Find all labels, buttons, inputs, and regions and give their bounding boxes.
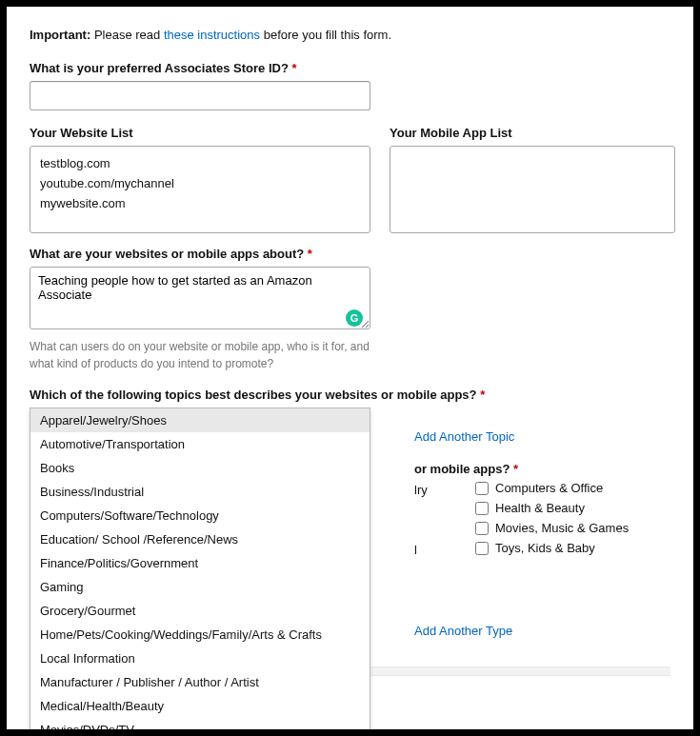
add-another-topic-wrap: Add Another Topic <box>414 429 514 444</box>
dropdown-item[interactable]: Finance/Politics/Government <box>30 551 370 575</box>
list-item[interactable]: mywebsite.com <box>40 194 360 214</box>
checkbox-computers-office[interactable]: Computers & Office <box>475 481 629 495</box>
dropdown-item[interactable]: Grocery/Gourmet <box>30 599 370 623</box>
dropdown-item[interactable]: Education/ School /Reference/News <box>30 527 370 551</box>
about-help-text: What can users do on your website or mob… <box>30 338 372 372</box>
dropdown-item[interactable]: Business/Industrial <box>30 480 370 504</box>
instructions-link[interactable]: these instructions <box>164 28 260 42</box>
dropdown-item[interactable]: Medical/Health/Beauty <box>30 694 370 718</box>
checkbox-input[interactable] <box>475 542 489 555</box>
required-asterisk: * <box>308 247 312 261</box>
required-asterisk: * <box>291 61 296 75</box>
dropdown-item[interactable]: Movies/DVDs/TV <box>30 718 370 729</box>
list-item[interactable]: youtube.com/mychannel <box>40 174 360 194</box>
store-id-section: What is your preferred Associates Store … <box>30 61 670 110</box>
store-id-label: What is your preferred Associates Store … <box>30 61 670 75</box>
topics-label: Which of the following topics best descr… <box>30 388 670 402</box>
required-asterisk: * <box>480 388 485 402</box>
item-types-label-partial: or mobile apps? * <box>414 462 518 476</box>
website-list-label: Your Website List <box>30 126 370 140</box>
partial-checkbox-label: lry <box>399 483 428 497</box>
dropdown-item[interactable]: Automotive/Transportation <box>30 432 370 456</box>
dropdown-item[interactable]: Books <box>30 456 370 480</box>
about-textarea[interactable] <box>30 267 370 329</box>
important-label: Important: <box>30 28 90 42</box>
checkbox-health-beauty[interactable]: Health & Beauty <box>475 501 629 515</box>
checkbox-toys-kids-baby[interactable]: Toys, Kids & Baby <box>475 541 629 555</box>
mobile-app-list-box[interactable] <box>390 146 675 233</box>
dropdown-item[interactable]: Computers/Software/Technology <box>30 504 370 527</box>
important-notice: Important: Please read these instruction… <box>30 28 670 42</box>
dropdown-item[interactable]: Manufacturer / Publisher / Author / Arti… <box>30 670 370 694</box>
checkbox-input[interactable] <box>475 482 489 495</box>
checkbox-input[interactable] <box>475 522 489 535</box>
website-list-col: Your Website List testblog.com youtube.c… <box>30 126 370 233</box>
add-another-type-wrap: Add Another Type <box>414 624 512 638</box>
store-id-input[interactable] <box>30 81 370 110</box>
lists-row: Your Website List testblog.com youtube.c… <box>30 126 670 233</box>
form-page: Important: Please read these instruction… <box>7 7 693 729</box>
topics-dropdown-list[interactable]: Apparel/Jewelry/Shoes Automotive/Transpo… <box>30 408 370 729</box>
website-list-box[interactable]: testblog.com youtube.com/mychannel myweb… <box>30 146 370 233</box>
add-another-type-link[interactable]: Add Another Type <box>414 624 512 638</box>
mobile-app-list-label: Your Mobile App List <box>390 126 675 140</box>
dropdown-item[interactable]: Local Information <box>30 646 370 670</box>
mobile-app-list-col: Your Mobile App List <box>390 126 675 233</box>
item-types-col2: Computers & Office Health & Beauty Movie… <box>475 481 629 555</box>
about-label: What are your websites or mobile apps ab… <box>30 247 670 261</box>
dropdown-item[interactable]: Gaming <box>30 575 370 599</box>
item-types-visible-col1: lry l <box>399 483 428 557</box>
dropdown-item[interactable]: Home/Pets/Cooking/Weddings/Family/Arts &… <box>30 623 370 646</box>
checkbox-input[interactable] <box>475 502 489 515</box>
dropdown-item[interactable]: Apparel/Jewelry/Shoes <box>30 408 370 432</box>
topics-section: Which of the following topics best descr… <box>30 388 670 402</box>
checkbox-movies-music-games[interactable]: Movies, Music & Games <box>475 521 629 535</box>
partial-checkbox-label: l <box>399 543 428 557</box>
list-item[interactable]: testblog.com <box>40 154 360 174</box>
add-another-topic-link[interactable]: Add Another Topic <box>414 429 514 444</box>
required-asterisk: * <box>513 462 518 476</box>
about-section: What are your websites or mobile apps ab… <box>30 247 670 372</box>
